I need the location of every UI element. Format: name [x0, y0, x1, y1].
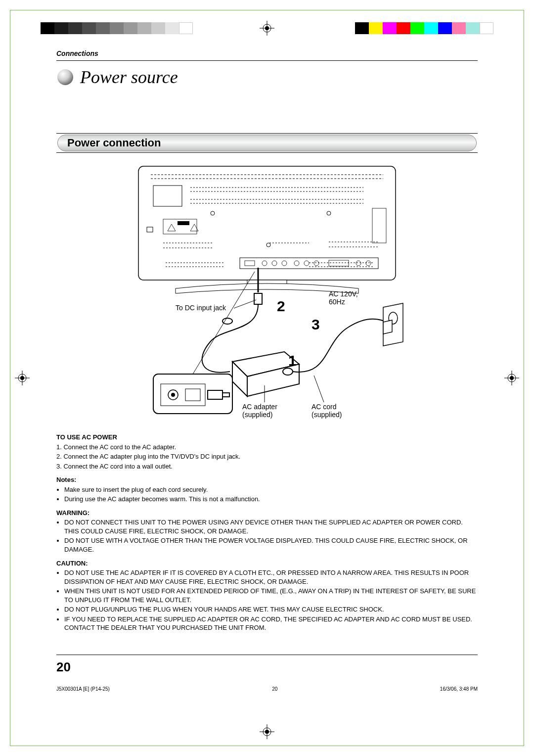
callout-two: 2 [277, 298, 285, 314]
svg-text:60Hz: 60Hz [329, 298, 345, 306]
divider [56, 655, 478, 655]
warning-item: DO NOT USE WITH A VOLTAGE OTHER THAN THE… [64, 536, 478, 554]
subsection-header: Power connection [56, 133, 478, 153]
caution-item: DO NOT PLUG/UNPLUG THE PLUG WHEN YOUR HA… [64, 605, 478, 614]
page-title-row: Power source [56, 67, 478, 88]
registration-mark-icon [260, 21, 274, 36]
color-swatches [355, 22, 493, 34]
svg-line-77 [314, 376, 324, 402]
registration-mark-icon [260, 724, 274, 739]
note-item: Make sure to insert the plug of each cor… [64, 485, 478, 494]
ac-adapter-label: AC adapter [242, 403, 277, 411]
svg-point-56 [222, 318, 232, 324]
caution-heading: CAUTION: [56, 559, 478, 568]
registration-mark-icon [504, 371, 519, 385]
callout-three: 3 [312, 316, 320, 332]
section-label: Connections [56, 49, 478, 57]
svg-line-72 [234, 300, 256, 308]
svg-text:(supplied): (supplied) [242, 411, 272, 419]
footer-timestamp: 16/3/06, 3:48 PM [440, 686, 478, 692]
caution-list: DO NOT USE THE AC ADAPTER IF IT IS COVER… [56, 568, 478, 632]
step-2: 2. Connect the AC adapter plug into the … [56, 452, 478, 461]
step-3: 3. Connect the AC cord into a wall outle… [56, 462, 478, 471]
to-use-heading: TO USE AC POWER [56, 433, 478, 442]
svg-point-60 [283, 368, 293, 375]
ac-spec-label: AC 120V, [329, 290, 358, 298]
page-number: 20 [56, 660, 71, 675]
caution-item: DO NOT USE THE AC ADAPTER IF IT IS COVER… [64, 568, 478, 586]
caution-item: WHEN THIS UNIT IS NOT USED FOR AN EXTEND… [64, 587, 478, 604]
warning-item: DO NOT CONNECT THIS UNIT TO THE POWER US… [64, 518, 478, 535]
callout-one: 1 [288, 352, 297, 369]
grayscale-swatches [41, 22, 193, 34]
svg-point-67 [171, 393, 175, 397]
page-content: Connections Power source Power connectio… [56, 49, 478, 703]
subsection-title: Power connection [67, 137, 161, 149]
svg-rect-36 [178, 221, 189, 225]
caution-item: IF YOU NEED TO REPLACE THE SUPPLIED AC A… [64, 615, 478, 632]
svg-rect-70 [222, 393, 229, 397]
svg-text:(supplied): (supplied) [312, 411, 342, 419]
ac-cord-label: AC cord [312, 403, 337, 411]
notes-list: Make sure to insert the plug of each cor… [56, 485, 478, 504]
warning-list: DO NOT CONNECT THIS UNIT TO THE POWER US… [56, 518, 478, 554]
registration-mark-icon [15, 371, 30, 385]
svg-rect-69 [208, 390, 222, 399]
instructions-block: TO USE AC POWER 1. Connect the AC cord t… [56, 433, 478, 632]
note-item: During use the AC adapter becomes warm. … [64, 495, 478, 504]
divider [56, 60, 478, 61]
step-1: 1. Connect the AC cord to the AC adapter… [56, 443, 478, 452]
svg-rect-55 [254, 293, 262, 304]
doc-code: J5X00301A [E] (P14-25) [56, 686, 110, 692]
warning-heading: WARNING: [56, 509, 478, 518]
sphere-bullet-icon [56, 68, 74, 86]
svg-marker-63 [383, 320, 392, 334]
page-title: Power source [80, 67, 178, 88]
notes-heading: Notes: [56, 475, 478, 484]
dc-input-label: To DC input jack [176, 304, 226, 312]
footer-meta: J5X00301A [E] (P14-25) 20 16/3/06, 3:48 … [56, 686, 478, 692]
footer-page-num: 20 [272, 686, 277, 692]
svg-point-16 [57, 69, 73, 85]
power-connection-diagram: 2 3 1 To DC input jack AC 120V, 60Hz AC … [116, 164, 418, 423]
